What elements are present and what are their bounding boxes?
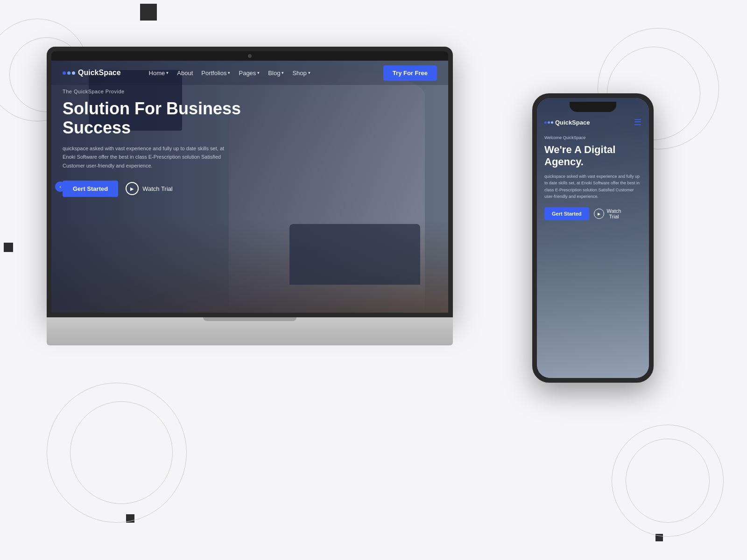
phone-watch-trial-button[interactable]: ▶ Watch Trial — [594, 208, 621, 219]
chevron-down-icon: ▾ — [257, 70, 260, 75]
try-for-free-button[interactable]: Try For Free — [383, 65, 437, 81]
phone-logo: QuickSpace — [544, 119, 590, 126]
deco-square-2 — [4, 243, 13, 252]
nav-link-about[interactable]: About — [177, 70, 193, 77]
phone-body: QuickSpace ☰ Welcome QuickSpace We're A … — [532, 93, 654, 383]
nav-link-portfolios[interactable]: Portfolios ▾ — [201, 70, 230, 77]
deco-square-1 — [140, 4, 157, 21]
hero-sub-label: The QuickSpace Provide — [63, 89, 241, 94]
nav-link-blog[interactable]: Blog ▾ — [268, 70, 284, 77]
laptop-body: QuickSpace Home ▾ About Portfolios ▾ — [47, 47, 453, 317]
laptop-nav-links: Home ▾ About Portfolios ▾ Pages ▾ — [149, 70, 310, 77]
phone-logo-text: QuickSpace — [555, 119, 590, 126]
phone-get-started-button[interactable]: Gert Started — [544, 207, 589, 220]
hamburger-menu-icon[interactable]: ☰ — [634, 117, 641, 127]
phone-hero-buttons: Gert Started ▶ Watch Trial — [544, 207, 641, 220]
phone-mockup: QuickSpace ☰ Welcome QuickSpace We're A … — [532, 93, 654, 383]
phone-hero-title: We're A Digital Agency. — [544, 144, 641, 168]
laptop-base — [47, 317, 453, 345]
logo-dot-3 — [72, 71, 75, 75]
laptop-hero-section: The QuickSpace Provide Solution For Busi… — [63, 89, 241, 197]
chevron-down-icon: ▾ — [166, 70, 169, 75]
phone-logo-dot-2 — [548, 121, 550, 124]
phone-hero-description: quickspace asked with vast experience an… — [544, 173, 641, 200]
laptop-logo: QuickSpace — [63, 69, 121, 77]
phone-logo-dot-1 — [544, 121, 547, 124]
laptop-navbar: QuickSpace Home ▾ About Portfolios ▾ — [51, 61, 448, 85]
phone-play-icon: ▶ — [594, 209, 604, 219]
phone-hero-section: Welcome QuickSpace We're A Digital Agenc… — [544, 135, 641, 220]
logo-dot-1 — [63, 71, 66, 75]
nav-link-pages[interactable]: Pages ▾ — [239, 70, 260, 77]
laptop-camera — [248, 54, 252, 58]
hero-title: Solution For Business Success — [63, 99, 241, 138]
deco-circle-8 — [626, 439, 710, 523]
chevron-down-icon: ▾ — [308, 70, 310, 75]
chevron-down-icon: ▾ — [282, 70, 284, 75]
laptop-mockup: QuickSpace Home ▾ About Portfolios ▾ — [47, 47, 453, 345]
logo-dots — [63, 71, 75, 75]
phone-hero-sub-label: Welcome QuickSpace — [544, 135, 641, 140]
deco-circle-6 — [70, 401, 173, 504]
laptop-hinge — [203, 317, 296, 321]
get-started-button[interactable]: Gert Started — [63, 181, 118, 197]
phone-logo-dot-3 — [551, 121, 553, 124]
phone-logo-dots — [544, 121, 553, 124]
nav-link-shop[interactable]: Shop ▾ — [292, 70, 310, 77]
nav-link-home[interactable]: Home ▾ — [149, 70, 169, 77]
phone-notch — [570, 102, 616, 112]
hero-buttons: Gert Started ▶ Watch Trial — [63, 181, 241, 197]
laptop-screen: QuickSpace Home ▾ About Portfolios ▾ — [51, 61, 448, 313]
phone-navbar: QuickSpace ☰ — [537, 112, 649, 133]
chevron-down-icon: ▾ — [228, 70, 230, 75]
logo-dot-2 — [67, 71, 70, 75]
phone-screen: QuickSpace ☰ Welcome QuickSpace We're A … — [537, 98, 649, 378]
phone-watch-label: Watch Trial — [607, 208, 621, 219]
watch-trial-button[interactable]: ▶ Watch Trial — [126, 182, 173, 195]
laptop-logo-text: QuickSpace — [78, 69, 121, 77]
play-icon: ▶ — [126, 182, 139, 195]
hero-description: quickspace asked with vast experience an… — [63, 144, 235, 170]
